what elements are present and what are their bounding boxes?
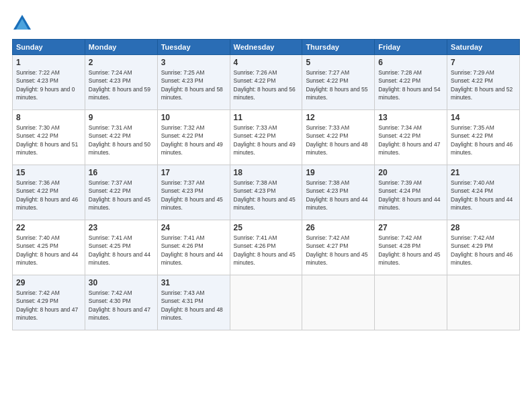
day-cell: 16Sunrise: 7:37 AMSunset: 4:22 PMDayligh… bbox=[85, 165, 157, 220]
day-info: Sunrise: 7:38 AMSunset: 4:23 PMDaylight:… bbox=[234, 179, 299, 212]
day-number: 30 bbox=[89, 278, 154, 287]
day-cell: 20Sunrise: 7:39 AMSunset: 4:24 PMDayligh… bbox=[375, 165, 447, 220]
header-cell-thursday: Thursday bbox=[302, 40, 375, 55]
day-info: Sunrise: 7:31 AMSunset: 4:22 PMDaylight:… bbox=[89, 124, 154, 156]
day-cell bbox=[302, 275, 375, 330]
day-number: 1 bbox=[16, 58, 81, 67]
day-cell: 1Sunrise: 7:22 AMSunset: 4:23 PMDaylight… bbox=[13, 55, 85, 110]
day-number: 25 bbox=[234, 223, 299, 232]
day-info: Sunrise: 7:32 AMSunset: 4:22 PMDaylight:… bbox=[161, 124, 226, 156]
calendar-header: SundayMondayTuesdayWednesdayThursdayFrid… bbox=[13, 40, 520, 55]
day-number: 2 bbox=[89, 58, 154, 67]
day-cell: 12Sunrise: 7:33 AMSunset: 4:22 PMDayligh… bbox=[302, 110, 375, 165]
day-cell: 27Sunrise: 7:42 AMSunset: 4:28 PMDayligh… bbox=[375, 220, 447, 275]
day-cell: 11Sunrise: 7:33 AMSunset: 4:22 PMDayligh… bbox=[230, 110, 302, 165]
header-cell-friday: Friday bbox=[375, 40, 447, 55]
day-cell: 8Sunrise: 7:30 AMSunset: 4:22 PMDaylight… bbox=[13, 110, 85, 165]
header-cell-saturday: Saturday bbox=[447, 40, 520, 55]
day-info: Sunrise: 7:38 AMSunset: 4:23 PMDaylight:… bbox=[306, 179, 371, 212]
day-info: Sunrise: 7:24 AMSunset: 4:23 PMDaylight:… bbox=[89, 68, 154, 101]
day-info: Sunrise: 7:33 AMSunset: 4:22 PMDaylight:… bbox=[306, 124, 371, 156]
day-info: Sunrise: 7:40 AMSunset: 4:25 PMDaylight:… bbox=[16, 234, 81, 267]
day-info: Sunrise: 7:41 AMSunset: 4:26 PMDaylight:… bbox=[234, 234, 299, 267]
week-row-4: 29Sunrise: 7:42 AMSunset: 4:29 PMDayligh… bbox=[13, 275, 520, 330]
day-number: 10 bbox=[161, 113, 226, 122]
day-cell: 31Sunrise: 7:43 AMSunset: 4:31 PMDayligh… bbox=[157, 275, 230, 330]
day-cell: 18Sunrise: 7:38 AMSunset: 4:23 PMDayligh… bbox=[230, 165, 302, 220]
day-number: 17 bbox=[161, 168, 226, 177]
header-row: SundayMondayTuesdayWednesdayThursdayFrid… bbox=[13, 40, 520, 55]
calendar-table: SundayMondayTuesdayWednesdayThursdayFrid… bbox=[12, 39, 520, 330]
day-info: Sunrise: 7:25 AMSunset: 4:23 PMDaylight:… bbox=[161, 68, 226, 101]
calendar-body: 1Sunrise: 7:22 AMSunset: 4:23 PMDaylight… bbox=[13, 55, 520, 330]
day-cell: 5Sunrise: 7:27 AMSunset: 4:22 PMDaylight… bbox=[302, 55, 375, 110]
day-number: 21 bbox=[451, 168, 516, 177]
day-cell bbox=[447, 275, 520, 330]
day-cell: 28Sunrise: 7:42 AMSunset: 4:29 PMDayligh… bbox=[447, 220, 520, 275]
day-number: 31 bbox=[161, 278, 226, 287]
day-number: 9 bbox=[89, 113, 154, 122]
day-number: 5 bbox=[306, 58, 371, 67]
day-info: Sunrise: 7:27 AMSunset: 4:22 PMDaylight:… bbox=[306, 68, 371, 101]
day-info: Sunrise: 7:30 AMSunset: 4:22 PMDaylight:… bbox=[16, 124, 81, 156]
day-cell: 19Sunrise: 7:38 AMSunset: 4:23 PMDayligh… bbox=[302, 165, 375, 220]
day-cell: 3Sunrise: 7:25 AMSunset: 4:23 PMDaylight… bbox=[157, 55, 230, 110]
day-info: Sunrise: 7:42 AMSunset: 4:29 PMDaylight:… bbox=[451, 234, 516, 267]
day-cell: 15Sunrise: 7:36 AMSunset: 4:22 PMDayligh… bbox=[13, 165, 85, 220]
page: SundayMondayTuesdayWednesdayThursdayFrid… bbox=[0, 0, 532, 411]
day-info: Sunrise: 7:43 AMSunset: 4:31 PMDaylight:… bbox=[161, 289, 226, 322]
day-info: Sunrise: 7:29 AMSunset: 4:22 PMDaylight:… bbox=[451, 68, 516, 101]
day-cell: 22Sunrise: 7:40 AMSunset: 4:25 PMDayligh… bbox=[13, 220, 85, 275]
header bbox=[12, 12, 520, 32]
day-number: 28 bbox=[451, 223, 516, 232]
logo bbox=[12, 12, 35, 32]
header-cell-monday: Monday bbox=[85, 40, 157, 55]
day-info: Sunrise: 7:39 AMSunset: 4:24 PMDaylight:… bbox=[378, 179, 443, 212]
day-info: Sunrise: 7:35 AMSunset: 4:22 PMDaylight:… bbox=[451, 124, 516, 156]
day-number: 19 bbox=[306, 168, 371, 177]
header-cell-tuesday: Tuesday bbox=[157, 40, 230, 55]
day-info: Sunrise: 7:37 AMSunset: 4:23 PMDaylight:… bbox=[161, 179, 226, 212]
day-info: Sunrise: 7:40 AMSunset: 4:24 PMDaylight:… bbox=[451, 179, 516, 212]
week-row-0: 1Sunrise: 7:22 AMSunset: 4:23 PMDaylight… bbox=[13, 55, 520, 110]
week-row-1: 8Sunrise: 7:30 AMSunset: 4:22 PMDaylight… bbox=[13, 110, 520, 165]
day-number: 27 bbox=[378, 223, 443, 232]
day-number: 29 bbox=[16, 278, 81, 287]
day-cell bbox=[375, 275, 447, 330]
day-number: 16 bbox=[89, 168, 154, 177]
logo-icon bbox=[12, 12, 32, 32]
day-info: Sunrise: 7:37 AMSunset: 4:22 PMDaylight:… bbox=[89, 179, 154, 212]
day-number: 8 bbox=[16, 113, 81, 122]
day-cell: 14Sunrise: 7:35 AMSunset: 4:22 PMDayligh… bbox=[447, 110, 520, 165]
day-number: 15 bbox=[16, 168, 81, 177]
day-cell: 10Sunrise: 7:32 AMSunset: 4:22 PMDayligh… bbox=[157, 110, 230, 165]
day-info: Sunrise: 7:33 AMSunset: 4:22 PMDaylight:… bbox=[234, 124, 299, 156]
day-info: Sunrise: 7:34 AMSunset: 4:22 PMDaylight:… bbox=[378, 124, 443, 156]
day-info: Sunrise: 7:42 AMSunset: 4:28 PMDaylight:… bbox=[378, 234, 443, 267]
day-number: 7 bbox=[451, 58, 516, 67]
day-cell: 13Sunrise: 7:34 AMSunset: 4:22 PMDayligh… bbox=[375, 110, 447, 165]
day-cell bbox=[230, 275, 302, 330]
day-cell: 26Sunrise: 7:42 AMSunset: 4:27 PMDayligh… bbox=[302, 220, 375, 275]
day-cell: 21Sunrise: 7:40 AMSunset: 4:24 PMDayligh… bbox=[447, 165, 520, 220]
day-info: Sunrise: 7:28 AMSunset: 4:22 PMDaylight:… bbox=[378, 68, 443, 101]
day-number: 12 bbox=[306, 113, 371, 122]
day-info: Sunrise: 7:41 AMSunset: 4:26 PMDaylight:… bbox=[161, 234, 226, 267]
day-cell: 17Sunrise: 7:37 AMSunset: 4:23 PMDayligh… bbox=[157, 165, 230, 220]
day-number: 6 bbox=[378, 58, 443, 67]
day-info: Sunrise: 7:42 AMSunset: 4:29 PMDaylight:… bbox=[16, 289, 81, 322]
header-cell-sunday: Sunday bbox=[13, 40, 85, 55]
day-number: 14 bbox=[451, 113, 516, 122]
day-info: Sunrise: 7:22 AMSunset: 4:23 PMDaylight:… bbox=[16, 68, 81, 101]
day-number: 3 bbox=[161, 58, 226, 67]
day-cell: 9Sunrise: 7:31 AMSunset: 4:22 PMDaylight… bbox=[85, 110, 157, 165]
day-number: 11 bbox=[234, 113, 299, 122]
day-number: 23 bbox=[89, 223, 154, 232]
day-cell: 7Sunrise: 7:29 AMSunset: 4:22 PMDaylight… bbox=[447, 55, 520, 110]
day-number: 18 bbox=[234, 168, 299, 177]
header-cell-wednesday: Wednesday bbox=[230, 40, 302, 55]
day-number: 13 bbox=[378, 113, 443, 122]
day-number: 20 bbox=[378, 168, 443, 177]
day-info: Sunrise: 7:42 AMSunset: 4:30 PMDaylight:… bbox=[89, 289, 154, 322]
day-number: 24 bbox=[161, 223, 226, 232]
